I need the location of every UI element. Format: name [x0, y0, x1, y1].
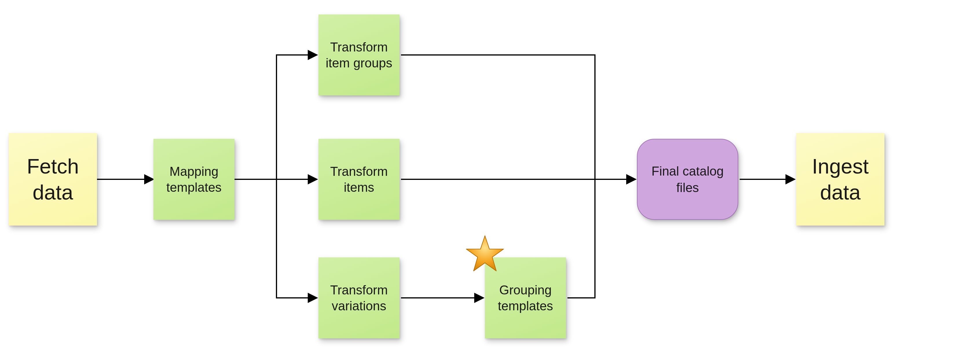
node-final-catalog-files: Final catalog files — [637, 139, 738, 220]
node-transform-items: Transform items — [318, 139, 399, 220]
node-ingest-data: Ingest data — [796, 133, 885, 226]
edge-mapping-to-variations — [234, 179, 317, 298]
edge-grouping-to-final — [568, 179, 635, 298]
node-mapping-templates: Mapping templates — [153, 139, 234, 220]
edge-item-groups-to-final — [401, 55, 635, 179]
node-transform-variations: Transform variations — [318, 257, 399, 339]
node-transform-item-groups: Transform item groups — [318, 14, 399, 95]
edge-mapping-to-item-groups — [234, 55, 317, 179]
node-fetch-data: Fetch data — [9, 133, 97, 226]
node-grouping-templates: Grouping templates — [485, 257, 566, 339]
diagram-canvas: Fetch data Mapping templates Transform i… — [0, 0, 980, 356]
